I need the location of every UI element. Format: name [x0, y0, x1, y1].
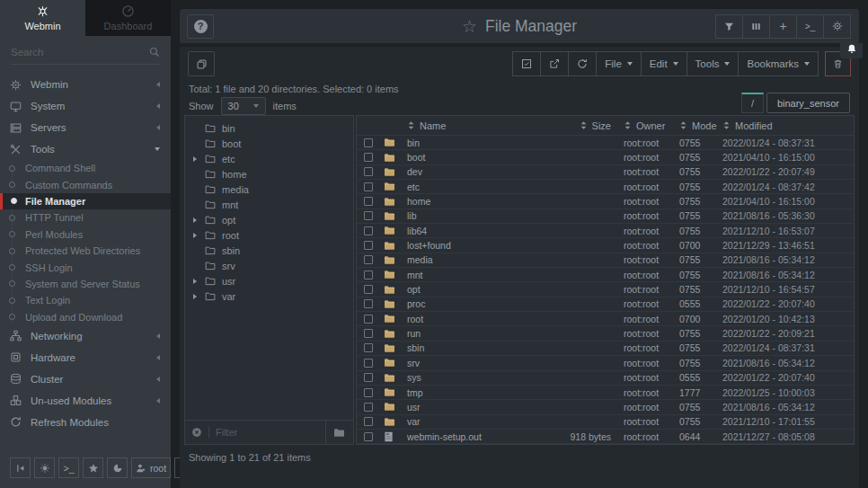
tree-item[interactable]: media [185, 182, 353, 197]
tree-item[interactable]: boot [185, 136, 353, 151]
submenu-item[interactable]: SSH Login [0, 259, 171, 275]
tree-item[interactable]: var [185, 288, 353, 304]
table-row[interactable]: opt root:root 0755 2021/12/10 - 16:54:57 [357, 282, 854, 297]
per-page-select[interactable]: 30 [221, 97, 266, 115]
row-checkbox[interactable] [364, 241, 373, 250]
select-all-button[interactable] [512, 51, 541, 76]
file-menu-button[interactable]: File [596, 51, 642, 76]
submenu-item[interactable]: System and Server Status [0, 276, 171, 292]
tree-item[interactable]: bin [185, 120, 353, 136]
filter-button[interactable] [715, 14, 743, 39]
add-button[interactable]: + [769, 14, 797, 39]
table-row[interactable]: run root:root 0755 2022/01/22 - 20:09:21 [357, 326, 854, 341]
table-row[interactable]: var root:root 0755 2021/12/10 - 17:01:55 [357, 415, 854, 430]
breadcrumb-current[interactable]: binary_sensor [766, 93, 850, 113]
sidebar-item-webmin[interactable]: Webmin [0, 74, 171, 95]
row-checkbox[interactable] [364, 359, 373, 368]
row-checkbox[interactable] [364, 329, 373, 338]
column-header-size[interactable]: Size [541, 120, 624, 131]
table-row[interactable]: srv root:root 0755 2021/08/16 - 05:34:12 [357, 356, 854, 370]
row-checkbox[interactable] [364, 167, 373, 176]
sidebar-item-servers[interactable]: Servers [0, 117, 171, 138]
submenu-item[interactable]: File Manager [0, 193, 171, 209]
submenu-item[interactable]: Perl Modules [0, 226, 171, 243]
tree-item[interactable]: usr [185, 273, 353, 288]
row-checkbox[interactable] [364, 226, 373, 235]
row-checkbox[interactable] [364, 403, 373, 412]
expand-caret-icon[interactable] [193, 294, 199, 299]
table-row[interactable]: media root:root 0755 2021/08/16 - 05:34:… [357, 253, 854, 268]
table-row[interactable]: mnt root:root 0755 2021/08/16 - 05:34:12 [357, 268, 854, 282]
tree-folder-button[interactable] [325, 421, 347, 444]
sidebar-item-cluster[interactable]: Cluster [0, 368, 171, 390]
table-row[interactable]: lib64 root:root 0755 2021/12/10 - 16:53:… [357, 224, 854, 238]
table-row[interactable]: lost+found root:root 0700 2021/12/29 - 1… [357, 238, 854, 253]
tree-item[interactable]: sbin [185, 243, 353, 258]
column-header-name[interactable]: Name [407, 120, 541, 131]
column-header-mode[interactable]: Mode [679, 120, 722, 131]
tree-item[interactable]: mnt [185, 197, 353, 212]
tree-item[interactable]: etc [185, 151, 353, 166]
column-header-owner[interactable]: Owner [624, 120, 679, 131]
sidebar-item-hardware[interactable]: Hardware [0, 347, 171, 368]
row-checkbox[interactable] [364, 255, 373, 264]
tree-item[interactable]: opt [185, 212, 353, 227]
table-row[interactable]: etc root:root 0755 2022/01/24 - 08:37:42 [357, 180, 854, 194]
submenu-item[interactable]: Custom Commands [0, 176, 171, 192]
submenu-item[interactable]: Text Login [0, 292, 171, 308]
expand-caret-icon[interactable] [193, 217, 199, 223]
sidebar-item-refresh-modules[interactable]: Refresh Modules [0, 412, 171, 433]
row-checkbox[interactable] [364, 153, 373, 162]
row-checkbox[interactable] [364, 343, 373, 352]
row-checkbox[interactable] [364, 299, 373, 308]
table-row[interactable]: webmin-setup.out 918 bytes root:root 064… [357, 430, 854, 444]
submenu-item[interactable]: HTTP Tunnel [0, 209, 171, 226]
row-checkbox[interactable] [364, 138, 373, 147]
bookmarks-menu-button[interactable]: Bookmarks [738, 51, 819, 76]
favorites-star-button[interactable] [83, 457, 103, 478]
theme-sun-button[interactable] [34, 457, 55, 478]
sidebar-item-tools[interactable]: Tools [0, 138, 171, 160]
favorite-star-icon[interactable]: ☆ [462, 18, 477, 35]
help-button[interactable]: ? [187, 14, 214, 39]
tree-item[interactable]: root [185, 227, 353, 243]
row-checkbox[interactable] [364, 285, 373, 294]
row-checkbox[interactable] [364, 315, 373, 324]
row-checkbox[interactable] [364, 432, 373, 441]
language-pie-button[interactable] [107, 457, 128, 478]
submenu-item[interactable]: Command Shell [0, 160, 171, 176]
row-checkbox[interactable] [364, 373, 373, 382]
sidebar-item-networking[interactable]: Networking [0, 325, 171, 347]
sidebar-item-unused-modules[interactable]: Un-used Modules [0, 390, 171, 412]
row-checkbox[interactable] [364, 182, 373, 191]
table-row[interactable]: tmp root:root 1777 2022/01/25 - 10:00:03 [357, 386, 854, 400]
expand-caret-icon[interactable] [193, 233, 199, 238]
tools-menu-button[interactable]: Tools [686, 51, 740, 76]
user-button[interactable]: root [131, 457, 171, 478]
table-row[interactable]: usr root:root 0755 2021/08/16 - 05:34:12 [357, 400, 854, 414]
row-checkbox[interactable] [364, 388, 373, 397]
submenu-item[interactable]: Upload and Download [0, 309, 171, 325]
sidebar-item-system[interactable]: System [0, 95, 171, 117]
table-row[interactable]: dev root:root 0755 2022/01/22 - 20:07:49 [357, 165, 854, 180]
terminal-button[interactable]: >_ [58, 457, 79, 478]
copy-path-button[interactable] [188, 51, 215, 76]
shell-button[interactable]: >_ [796, 14, 824, 39]
columns-button[interactable] [742, 14, 770, 39]
submenu-item[interactable]: Protected Web Directories [0, 243, 171, 259]
table-row[interactable]: sbin root:root 0755 2022/01/24 - 08:37:3… [357, 342, 854, 356]
refresh-button[interactable] [568, 51, 597, 76]
row-checkbox[interactable] [364, 271, 373, 279]
row-checkbox[interactable] [364, 197, 373, 206]
expand-caret-icon[interactable] [193, 156, 199, 162]
settings-button[interactable] [823, 14, 851, 39]
search-input[interactable] [11, 47, 149, 58]
edit-menu-button[interactable]: Edit [641, 51, 687, 76]
row-checkbox[interactable] [364, 211, 373, 220]
clear-filter-icon[interactable] [191, 427, 202, 438]
table-row[interactable]: home root:root 0755 2021/04/10 - 16:15:0… [357, 194, 854, 209]
table-row[interactable]: sys root:root 0555 2022/01/22 - 20:07:40 [357, 371, 854, 386]
table-row[interactable]: proc root:root 0555 2022/01/22 - 20:07:4… [357, 297, 854, 312]
tab-dashboard[interactable]: Dashboard [85, 0, 171, 36]
tab-webmin[interactable]: Webmin [0, 0, 85, 36]
